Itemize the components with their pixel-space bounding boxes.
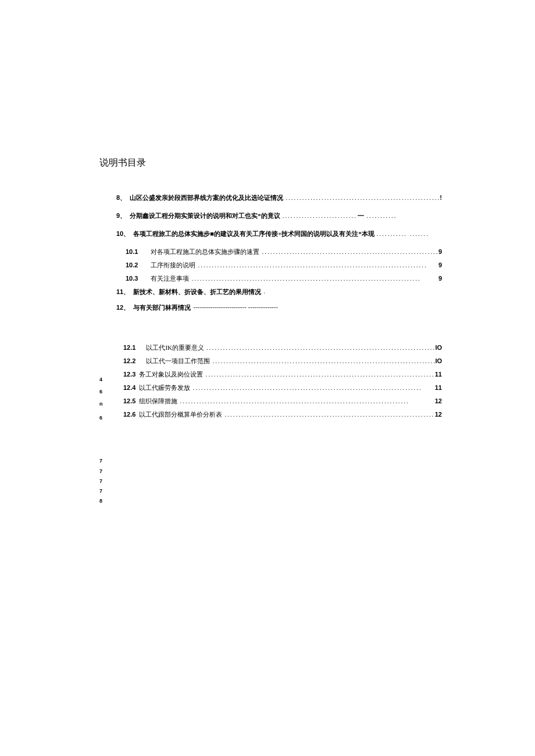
toc-dots: ................ <box>261 288 266 296</box>
toc-label: 分期鑫设工程分期实策设计的说明和对工也实*的竟议 <box>130 212 280 220</box>
toc-entry-10-2: 10.2 工序衔接的说明 ...........................… <box>116 261 442 270</box>
toc-entry-10-1: 10.1 对各项工程施工的总体实施步骤的速置 .................… <box>116 248 442 256</box>
toc-entry-12-3: 12.3 务工对象以及岗位设置 ........................… <box>116 370 442 379</box>
left-margin-num: 7 <box>99 468 102 474</box>
toc-label: 务工对象以及岗位设置 <box>139 370 203 379</box>
toc-label: 组织保障措施 <box>139 397 177 406</box>
toc-label: 以工代跟部分概算单价分析表 <box>139 410 222 419</box>
toc-label: 以工代赈劳务发放 <box>139 384 190 392</box>
toc-dots: ................................ <box>280 212 358 219</box>
toc-page: IO <box>435 357 442 364</box>
left-margin-num: 8 <box>99 498 102 504</box>
toc-label: 工序衔接的说明 <box>151 261 195 270</box>
left-margin-num: 7 <box>99 458 102 464</box>
page-title: 说明书目录 <box>99 157 146 169</box>
toc-num: 10.2 <box>126 261 138 268</box>
toc-dots: ........................................… <box>259 248 438 255</box>
toc-num: 10.3 <box>126 275 138 282</box>
toc-dots: ........................................… <box>203 371 434 378</box>
toc-entry-12-1: 12.1 以工代IK的重要意义 ........................… <box>116 343 442 352</box>
toc-entry-12-4: 12.4 以工代赈劳务发放 ..........................… <box>116 384 442 392</box>
toc-entry-12-2: 12.2 以工代一项目工作范围 ........................… <box>116 357 442 366</box>
toc-label: 与有关部门林再情况 <box>133 303 191 312</box>
toc-label: 对各项工程施工的总体实施步骤的速置 <box>151 248 259 256</box>
toc-num: 12.6 <box>123 411 135 418</box>
left-margin-num: 6 <box>99 389 102 395</box>
toc-dots: ........................................… <box>204 344 435 351</box>
toc-num: 12.4 <box>123 384 135 391</box>
toc-page: IO <box>435 344 442 351</box>
toc-entry-12: 12、 与有关部门林再情况 ------------------------- … <box>116 303 442 312</box>
left-margin-num: 6 <box>99 415 102 421</box>
left-margin-num: 7 <box>99 478 102 484</box>
toc-container: 8、 山区公盛发亲於段西部界线方案的优化及比选论证情况 ............… <box>116 194 442 424</box>
toc-page: 11 <box>435 384 442 391</box>
toc-dots: ........................................… <box>177 397 434 404</box>
toc-page: 9 <box>438 275 442 282</box>
toc-dashes: ------------------------- -------------- <box>191 303 278 312</box>
toc-dots: ........... <box>364 212 442 219</box>
toc-dots: ........................................… <box>283 194 440 201</box>
toc-page: 11 <box>435 371 442 378</box>
toc-entry-11: 11、 新技术、新材料、折设备、折工艺的果用情况 ...............… <box>116 288 442 296</box>
toc-label: 新技术、新材料、折设备、折工艺的果用情况 <box>133 288 261 296</box>
toc-num: 12、 <box>116 303 130 312</box>
toc-num: 12.3 <box>123 371 135 378</box>
toc-page: 9 <box>438 248 442 255</box>
toc-page: ! <box>440 194 442 201</box>
toc-dash-mark: 一 <box>358 212 364 220</box>
toc-entry-10-3: 10.3 有关注意事项 ............................… <box>116 274 442 283</box>
toc-num: 10、 <box>116 230 130 238</box>
toc-label: 有关注意事项 <box>151 274 189 283</box>
toc-num: 8、 <box>116 194 126 202</box>
toc-entry-10: 10、 各项工程旅工的总体实施步■的建议及有关工序传接+技术同国的说明以及有关注… <box>116 230 442 238</box>
toc-num: 12.5 <box>123 397 135 404</box>
toc-num: 11、 <box>116 288 130 296</box>
toc-num: 12.2 <box>123 357 135 364</box>
toc-entry-12-6: 12.6 以工代跟部分概算单价分析表 .....................… <box>116 410 442 419</box>
toc-num: 10.1 <box>126 248 138 255</box>
toc-entry-9: 9、 分期鑫设工程分期实策设计的说明和对工也实*的竟议 ............… <box>116 212 442 220</box>
toc-label: 以工代IK的重要意义 <box>146 343 204 352</box>
toc-entry-8: 8、 山区公盛发亲於段西部界线方案的优化及比选论证情况 ............… <box>116 194 442 202</box>
toc-page: 12 <box>435 411 442 418</box>
toc-dots: ........................................… <box>195 261 438 268</box>
toc-label: 以工代一项目工作范围 <box>146 357 210 366</box>
left-margin-num: n <box>99 401 103 407</box>
left-margin-num: 4 <box>99 377 102 382</box>
toc-dots: ........................................… <box>190 384 434 391</box>
toc-page: 9 <box>438 261 442 268</box>
toc-entry-12-5: 12.5 组织保障措施 ............................… <box>116 397 442 406</box>
toc-dots: ........................................… <box>210 357 435 364</box>
toc-label: 各项工程旅工的总体实施步■的建议及有关工序传接+技术同国的说明以及有关注*本现 <box>133 230 374 238</box>
toc-num: 9、 <box>116 212 126 220</box>
toc-num: 12.1 <box>123 344 135 351</box>
toc-dots: ........................................… <box>189 275 438 282</box>
toc-dots: ........... ....... <box>374 230 442 237</box>
toc-dots: ........................................… <box>222 411 434 418</box>
left-margin-num: 7 <box>99 488 102 494</box>
toc-label: 山区公盛发亲於段西部界线方案的优化及比选论证情况 <box>130 194 283 202</box>
toc-page: 12 <box>435 397 442 404</box>
